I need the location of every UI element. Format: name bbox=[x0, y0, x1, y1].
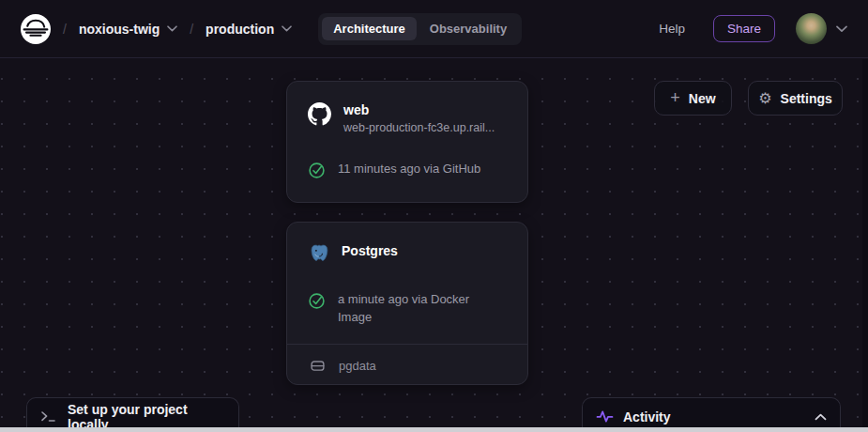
service-card-postgres[interactable]: Postgres a minute ago via Docker Image bbox=[286, 222, 528, 385]
breadcrumb-separator: / bbox=[63, 22, 67, 37]
chevron-down-icon bbox=[836, 25, 847, 33]
navbar-right-actions: Help Share bbox=[659, 13, 847, 44]
volume-name: pgdata bbox=[339, 359, 376, 373]
check-circle-icon bbox=[308, 162, 326, 183]
service-domain-link[interactable]: web-production-fc3e.up.rail... bbox=[343, 120, 495, 136]
horizontal-scrollbar[interactable] bbox=[0, 427, 868, 432]
new-button[interactable]: + New bbox=[654, 81, 732, 116]
volume-icon bbox=[310, 358, 326, 374]
railway-project-canvas-page: / noxious-twig / production Architecture… bbox=[0, 0, 868, 432]
user-avatar[interactable] bbox=[796, 13, 827, 44]
breadcrumb-project-name: noxious-twig bbox=[79, 22, 160, 37]
help-link[interactable]: Help bbox=[659, 22, 685, 36]
breadcrumb-project-dropdown[interactable]: noxious-twig bbox=[79, 22, 177, 37]
github-icon bbox=[308, 102, 331, 130]
plus-icon: + bbox=[670, 89, 680, 106]
tab-architecture[interactable]: Architecture bbox=[322, 17, 417, 40]
breadcrumb-environment-name: production bbox=[206, 22, 274, 37]
deploy-status-text: a minute ago via Docker Image bbox=[338, 291, 490, 326]
service-card-web[interactable]: web web-production-fc3e.up.rail... 11 mi… bbox=[286, 81, 528, 203]
volume-row-pgdata[interactable]: pgdata bbox=[287, 344, 527, 386]
top-navbar: / noxious-twig / production Architecture… bbox=[0, 0, 868, 58]
service-head-text: Postgres bbox=[342, 242, 398, 259]
account-menu-trigger[interactable] bbox=[836, 25, 847, 33]
new-button-label: New bbox=[689, 91, 716, 106]
view-tab-group: Architecture Observability bbox=[318, 13, 522, 45]
service-name: web bbox=[343, 101, 495, 118]
settings-button[interactable]: ⚙ Settings bbox=[748, 81, 843, 116]
service-head-text: web web-production-fc3e.up.rail... bbox=[343, 101, 495, 136]
settings-button-label: Settings bbox=[781, 91, 832, 106]
check-circle-icon bbox=[308, 292, 326, 314]
service-name: Postgres bbox=[342, 242, 398, 259]
terminal-icon bbox=[40, 409, 56, 424]
railway-logo-icon[interactable] bbox=[21, 14, 51, 44]
deploy-status-text: 11 minutes ago via GitHub bbox=[338, 161, 480, 178]
gear-icon: ⚙ bbox=[758, 91, 771, 106]
postgres-icon bbox=[308, 243, 329, 269]
chevron-up-icon[interactable] bbox=[815, 413, 827, 421]
share-button[interactable]: Share bbox=[713, 15, 775, 42]
breadcrumb-environment-dropdown[interactable]: production bbox=[206, 22, 292, 37]
chevron-down-icon bbox=[282, 25, 292, 32]
chevron-down-icon bbox=[167, 25, 177, 32]
tab-observability[interactable]: Observability bbox=[419, 17, 518, 40]
activity-panel-label: Activity bbox=[623, 409, 671, 424]
breadcrumb-separator: / bbox=[190, 22, 193, 37]
activity-pulse-icon bbox=[596, 409, 614, 424]
canvas-right-edge bbox=[862, 59, 868, 427]
